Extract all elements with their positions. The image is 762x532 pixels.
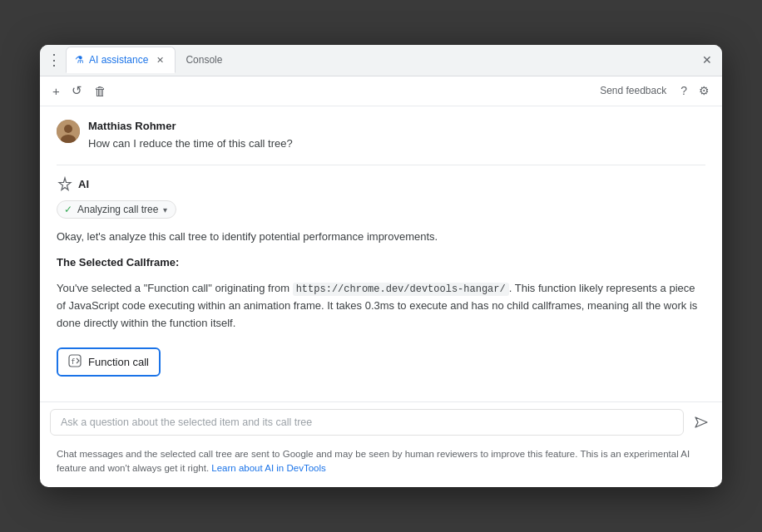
analyzing-text: Analyzing call tree <box>77 204 158 215</box>
footer-text: Chat messages and the selected call tree… <box>57 449 690 473</box>
divider <box>57 165 705 165</box>
delete-icon[interactable]: 🗑 <box>92 81 109 101</box>
settings-icon[interactable]: ⚙ <box>696 81 712 100</box>
ai-icon <box>57 175 73 192</box>
tab-bar: ⋮ ⚗ AI assistance ✕ Console ✕ <box>40 45 722 76</box>
ai-body-text: You've selected a "Function call" origin… <box>57 280 705 332</box>
tab-console-label: Console <box>186 54 222 66</box>
ai-label: AI <box>78 178 89 190</box>
ai-body-part1: You've selected a "Function call" origin… <box>57 282 293 294</box>
add-icon[interactable]: + <box>50 81 62 101</box>
analyzing-badge[interactable]: ✓ Analyzing call tree ▾ <box>57 200 176 219</box>
check-icon: ✓ <box>64 204 72 215</box>
function-chip-icon: f <box>68 354 82 370</box>
input-area <box>40 401 722 442</box>
tab-ai-assistance[interactable]: ⚗ AI assistance ✕ <box>66 47 176 73</box>
chat-content: Matthias Rohmer How can I reduce the tim… <box>40 106 722 401</box>
send-button[interactable] <box>690 411 712 433</box>
ai-intro-text: Okay, let's analyze this call tree to id… <box>57 229 705 246</box>
avatar <box>57 120 80 143</box>
ai-callframe-title: The Selected Callframe: <box>57 254 705 272</box>
tab-ai-label: AI assistance <box>89 54 148 66</box>
history-icon[interactable]: ↺ <box>69 81 85 101</box>
user-name: Matthias Rohmer <box>88 120 705 132</box>
send-feedback-button[interactable]: Send feedback <box>595 82 671 99</box>
flask-icon: ⚗ <box>75 54 84 66</box>
svg-text:f: f <box>71 357 75 366</box>
chevron-down-icon: ▾ <box>163 205 167 214</box>
help-icon[interactable]: ? <box>678 81 690 100</box>
footer-link[interactable]: Learn about AI in DevTools <box>211 463 325 473</box>
svg-point-1 <box>64 125 72 133</box>
function-chip-label: Function call <box>88 356 149 368</box>
devtools-window: ⋮ ⚗ AI assistance ✕ Console ✕ + ↺ 🗑 Send… <box>40 45 722 487</box>
function-chip[interactable]: f Function call <box>57 347 161 377</box>
tab-console[interactable]: Console <box>177 47 230 73</box>
user-message: Matthias Rohmer How can I reduce the tim… <box>57 120 705 152</box>
window-close-icon[interactable]: ✕ <box>699 50 715 70</box>
ai-header: AI <box>57 175 705 192</box>
user-message-text: How can I reduce the time of this call t… <box>88 135 705 152</box>
menu-icon[interactable]: ⋮ <box>47 51 61 69</box>
footer: Chat messages and the selected call tree… <box>40 442 722 488</box>
user-content: Matthias Rohmer How can I reduce the tim… <box>88 120 705 152</box>
toolbar: + ↺ 🗑 Send feedback ? ⚙ <box>40 76 722 106</box>
tab-ai-close[interactable]: ✕ <box>153 53 166 66</box>
ai-code-url: https://chrome.dev/devtools-hangar/ <box>293 283 509 296</box>
ai-section: AI ✓ Analyzing call tree ▾ Okay, let's a… <box>57 175 705 387</box>
chat-input[interactable] <box>50 409 684 436</box>
